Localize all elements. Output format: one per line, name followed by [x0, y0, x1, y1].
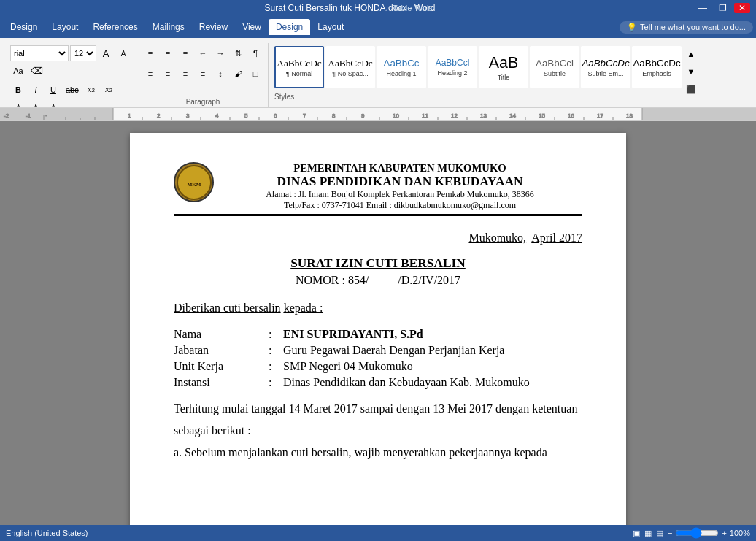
document-title: Surat Cuti Bersalin tuk HONDA.docx - Wor… [6, 3, 694, 13]
superscript-btn[interactable]: X2 [101, 82, 117, 98]
show-formatting-btn[interactable]: ¶ [247, 45, 263, 61]
field-label-unitkerja: Unit Kerja [174, 358, 269, 375]
numbering-btn[interactable]: ≡ [160, 45, 176, 61]
zoom-in-icon[interactable]: + [722, 529, 726, 537]
style-heading2[interactable]: AaBbCcl Heading 2 [428, 46, 477, 88]
svg-text:14: 14 [509, 112, 516, 119]
align-right-btn[interactable]: ≡ [177, 66, 193, 82]
line-spacing-btn[interactable]: ↕ [212, 66, 228, 82]
multilevel-btn[interactable]: ≡ [177, 45, 193, 61]
svg-text:3: 3 [186, 112, 190, 119]
menu-design-table[interactable]: Design [269, 19, 310, 35]
field-label-nama: Nama [174, 326, 269, 342]
svg-text:12: 12 [451, 112, 458, 119]
title-text: SURAT IZIN CUTI BERSALIN [174, 256, 582, 271]
increase-indent-btn[interactable]: → [212, 45, 228, 61]
font-size-select[interactable]: 12 [70, 45, 96, 61]
ribbon: rial 12 A A Aa ⌫ B I U abc X2 X2 A A A F… [0, 38, 756, 108]
styles-group: AaBbCcDc ¶ Normal AaBbCcDc ¶ No Spac... … [270, 43, 703, 107]
strikethrough-btn[interactable]: abc [63, 82, 82, 98]
status-right: ▣ ▦ ▤ − + 100% [633, 527, 750, 539]
zoom-level: 100% [730, 529, 750, 537]
close-btn[interactable]: ✕ [734, 3, 750, 13]
view-print-icon[interactable]: ▣ [633, 529, 640, 538]
svg-text:-1: -1 [26, 112, 31, 119]
header-text: PEMERINTAH KABUPATEN MUKOMUKO DINAS PEND… [266, 162, 534, 211]
align-center-btn[interactable]: ≡ [160, 66, 176, 82]
minimize-btn[interactable]: — [694, 3, 711, 13]
style-scroll-down-btn[interactable]: ▼ [683, 64, 699, 80]
menu-design[interactable]: Design [3, 19, 45, 35]
zoom-range[interactable] [675, 527, 719, 539]
zoom-slider[interactable]: − + 100% [668, 527, 750, 539]
doc-intro: Diberikan cuti bersalin kepada : [174, 302, 582, 315]
styles-row: AaBbCcDc ¶ Normal AaBbCcDc ¶ No Spac... … [274, 46, 682, 88]
italic-btn[interactable]: I [28, 82, 44, 98]
sort-btn[interactable]: ⇅ [230, 45, 246, 61]
shading-para-btn[interactable]: 🖌 [230, 66, 246, 82]
style-h1-preview: AaBbCc [384, 57, 420, 69]
view-read-icon[interactable]: ▤ [656, 529, 663, 538]
menu-mailings[interactable]: Mailings [145, 19, 192, 35]
style-subtle-label: Subtle Em... [587, 70, 623, 77]
svg-text:MKM: MKM [187, 182, 201, 188]
svg-text:6: 6 [274, 112, 277, 119]
font-grow-btn[interactable]: A [98, 45, 114, 61]
menu-view[interactable]: View [235, 19, 269, 35]
style-normal[interactable]: AaBbCcDc ¶ Normal [274, 46, 324, 88]
justify-btn[interactable]: ≡ [195, 66, 211, 82]
style-subtle-em[interactable]: AaBbCcDc Subtle Em... [581, 46, 630, 88]
style-subtitle[interactable]: AaBbCcl Subtitle [530, 46, 579, 88]
style-emphasis[interactable]: AaBbCcDc Emphasis [632, 46, 682, 88]
bullets-btn[interactable]: ≡ [142, 45, 158, 61]
subscript-btn[interactable]: X2 [83, 82, 99, 98]
svg-text:2: 2 [157, 112, 161, 119]
text-highlight-btn[interactable]: A [10, 99, 26, 108]
bold-btn[interactable]: B [10, 82, 26, 98]
style-expand-btn[interactable]: ⬛ [683, 81, 699, 97]
field-colon-jabatan: : [269, 342, 283, 358]
style-subtle-preview: AaBbCcDc [582, 57, 629, 69]
divider-thick [174, 214, 582, 216]
style-subtitle-preview: AaBbCcl [536, 57, 574, 69]
date-place: Mukomuko, [468, 231, 526, 244]
style-h1-label: Heading 1 [386, 70, 416, 77]
style-no-space[interactable]: AaBbCcDc ¶ No Spac... [325, 46, 375, 88]
style-heading1[interactable]: AaBbCc Heading 1 [377, 46, 426, 88]
clear-format-btn[interactable]: ⌫ [28, 63, 46, 79]
font-shrink-btn[interactable]: A [115, 45, 131, 61]
underline-btn[interactable]: U [45, 82, 61, 98]
menu-review[interactable]: Review [192, 19, 235, 35]
change-case-btn[interactable]: Aa [10, 63, 26, 79]
style-title[interactable]: AaB Title [479, 46, 528, 88]
page: MKM PEMERINTAH KABUPATEN MUKOMUKO DINAS … [130, 133, 626, 525]
field-label-instansi: Instansi [174, 375, 269, 391]
menu-layout-table[interactable]: Layout [310, 19, 351, 35]
zoom-out-icon[interactable]: − [668, 529, 672, 537]
svg-text:8: 8 [332, 112, 336, 119]
text-color-btn[interactable]: A [28, 99, 44, 108]
header-line2: DINAS PENDIDIKAN DAN KEBUDAYAAN [266, 174, 534, 189]
field-label-jabatan: Jabatan [174, 342, 269, 358]
align-left-btn[interactable]: ≡ [142, 66, 158, 82]
view-web-icon[interactable]: ▦ [644, 529, 652, 538]
style-title-preview: AaB [489, 53, 518, 74]
restore-btn[interactable]: ❐ [714, 3, 731, 13]
tell-me-box[interactable]: 💡 Tell me what you want to do... [620, 21, 753, 34]
svg-text:15: 15 [539, 112, 545, 119]
menu-references[interactable]: References [85, 19, 144, 35]
nomor-value: 854/ [348, 274, 369, 286]
style-h2-preview: AaBbCcl [436, 58, 470, 69]
status-bar: English (United States) ▣ ▦ ▤ − + 100% [0, 525, 756, 541]
font-name-select[interactable]: rial [10, 45, 69, 61]
decrease-indent-btn[interactable]: ← [195, 45, 211, 61]
svg-text:10: 10 [393, 112, 399, 119]
menu-layout[interactable]: Layout [45, 19, 85, 35]
paragraph-group: ≡ ≡ ≡ ← → ⇅ ¶ ≡ ≡ ≡ ≡ ↕ 🖌 □ Paragraph [138, 43, 269, 107]
style-scroll-up-btn[interactable]: ▲ [683, 46, 699, 62]
shading-btn[interactable]: A [45, 99, 61, 108]
menu-bar: Design Layout References Mailings Review… [0, 16, 756, 38]
svg-text:-2: -2 [4, 112, 9, 119]
svg-rect-1 [642, 108, 756, 121]
borders-btn[interactable]: □ [247, 66, 263, 82]
